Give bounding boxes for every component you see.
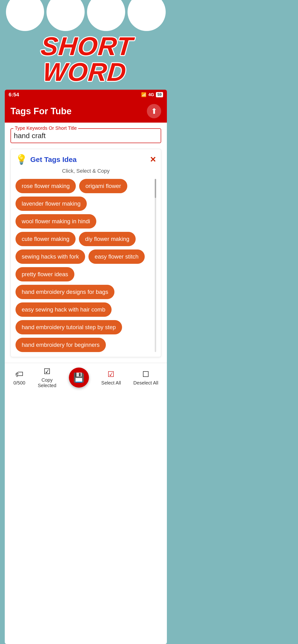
deselect-all-checkbox-icon: ☐ bbox=[142, 370, 149, 379]
deselect-all-button[interactable]: ☐ Deselect All bbox=[133, 370, 158, 386]
bulb-icon: 💡 bbox=[15, 154, 27, 165]
tag-wool-flower-making-in-hindi[interactable]: wool flower making in hindi bbox=[15, 214, 96, 228]
signal-icon: 📶 bbox=[141, 92, 146, 97]
select-all-label: Select All bbox=[101, 380, 121, 386]
tags-idea-header: 💡 Get Tags Idea ✕ bbox=[15, 154, 156, 165]
save-icon: 💾 bbox=[73, 372, 84, 383]
tag-hand-embroidery-for-beginners[interactable]: hand embroidery for beginners bbox=[15, 338, 106, 352]
top-decorative-circles bbox=[6, 0, 166, 31]
tags-container: rose flower making origami flower lavend… bbox=[15, 179, 156, 352]
bottom-bar: 🏷 0/500 ☑ CopySelected 💾 ☑ Select All ☐ … bbox=[5, 363, 167, 393]
tag-lavender-flower-making[interactable]: lavender flower making bbox=[15, 196, 87, 211]
tag-sewing-hacks-with-fork[interactable]: sewing hacks with fork bbox=[15, 250, 85, 264]
status-right: 📶 4G 59 bbox=[141, 92, 163, 97]
signal-text: 4G bbox=[148, 92, 154, 97]
scroll-indicator bbox=[155, 179, 156, 352]
tags-scroll-area[interactable]: rose flower making origami flower lavend… bbox=[15, 179, 156, 352]
tag-hand-embroidery-designs-for-bags[interactable]: hand embroidery designs for bags bbox=[15, 285, 114, 299]
tag-counter-icon: 🏷 bbox=[15, 370, 23, 379]
status-bar: 6:54 📶 4G 59 bbox=[5, 90, 167, 100]
tag-origami-flower[interactable]: origami flower bbox=[79, 179, 127, 193]
tag-hand-embroidery-tutorial-step-by-step[interactable]: hand embroidery tutorial step by step bbox=[15, 320, 122, 334]
upload-arrow-icon: ⬆ bbox=[151, 106, 157, 116]
tags-idea-left: 💡 Get Tags Idea bbox=[15, 154, 77, 165]
tag-rose-flower-making[interactable]: rose flower making bbox=[15, 179, 76, 193]
copy-selected-label: CopySelected bbox=[38, 377, 56, 388]
tag-easy-flower-stitch[interactable]: easy flower stitch bbox=[88, 250, 145, 264]
circle-4 bbox=[128, 0, 166, 31]
status-time: 6:54 bbox=[8, 92, 19, 98]
title-area: SHORT WORD bbox=[0, 31, 172, 90]
tag-cute-flower-making[interactable]: cute flower making bbox=[15, 232, 76, 246]
copy-selected-button[interactable]: ☑ CopySelected bbox=[38, 367, 56, 388]
keyword-input[interactable] bbox=[14, 130, 158, 140]
main-content: Type Keywords Or Short Title 💡 Get Tags … bbox=[5, 122, 167, 363]
battery-icon: 59 bbox=[156, 92, 163, 97]
select-all-button[interactable]: ☑ Select All bbox=[101, 370, 121, 386]
scroll-thumb bbox=[155, 179, 156, 198]
upload-button[interactable]: ⬆ bbox=[147, 104, 161, 118]
tag-pretty-flower-ideas[interactable]: pretty flower ideas bbox=[15, 267, 74, 282]
copy-checkbox-icon: ☑ bbox=[44, 367, 50, 376]
deselect-all-label: Deselect All bbox=[133, 380, 158, 386]
select-all-checkbox-icon: ☑ bbox=[107, 370, 114, 379]
tag-easy-sewing-hack-with-hair-comb[interactable]: easy sewing hack with hair comb bbox=[15, 302, 112, 317]
input-label: Type Keywords Or Short Title bbox=[13, 126, 78, 131]
counter-item: 🏷 0/500 bbox=[13, 370, 25, 386]
app-bar: Tags For Tube ⬆ bbox=[5, 100, 167, 122]
subtitle-text: Click, Select & Copy bbox=[15, 168, 156, 174]
counter-label: 0/500 bbox=[13, 380, 25, 386]
phone-frame: 6:54 📶 4G 59 Tags For Tube ⬆ Type Keywor… bbox=[5, 90, 167, 644]
main-title: SHORT WORD bbox=[5, 34, 167, 85]
circle-3 bbox=[87, 0, 125, 31]
tags-idea-title: Get Tags Idea bbox=[30, 156, 77, 164]
tags-idea-section: 💡 Get Tags Idea ✕ Click, Select & Copy r… bbox=[10, 149, 161, 357]
save-fab-button[interactable]: 💾 bbox=[69, 368, 89, 388]
input-wrapper: Type Keywords Or Short Title bbox=[10, 128, 161, 143]
app-title: Tags For Tube bbox=[10, 106, 71, 116]
tag-diy-flower-making[interactable]: diy flower making bbox=[79, 232, 135, 246]
circle-2 bbox=[46, 0, 85, 31]
close-button[interactable]: ✕ bbox=[150, 155, 156, 164]
circle-1 bbox=[6, 0, 44, 31]
